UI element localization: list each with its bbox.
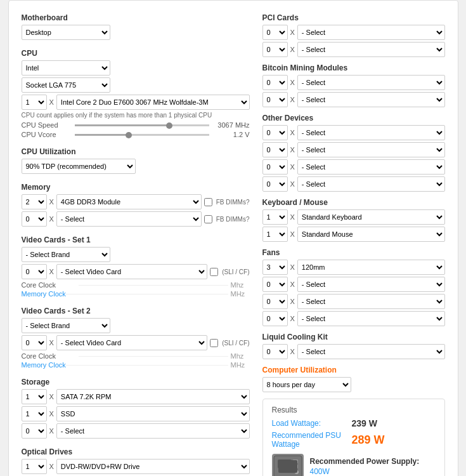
svg-rect-2	[293, 459, 298, 463]
video-set1-sli-check[interactable]	[210, 268, 218, 276]
rec-psu-wattage-val: 289 W	[352, 433, 385, 447]
other-devices-qty1-select[interactable]: 0	[262, 125, 288, 140]
storage-qty3-select[interactable]: 0	[22, 423, 47, 439]
pci-cards-qty1-select[interactable]: 0	[262, 25, 288, 40]
cpu-qty-select[interactable]: 1	[22, 95, 47, 110]
video-set2-mem-link[interactable]: Memory Clock	[22, 361, 66, 369]
fans-model1-select[interactable]: 120mm	[297, 260, 445, 275]
fans-x3-label: X	[290, 298, 295, 305]
keyboard-model-select[interactable]: Standard Keyboard	[297, 209, 445, 225]
bitcoin-model1-select[interactable]: - Select	[297, 75, 445, 90]
pci-cards-qty2-select[interactable]: 0	[262, 42, 288, 57]
fans-model4-select[interactable]: - Select	[297, 311, 445, 326]
storage-x3-label: X	[49, 427, 54, 435]
video-set1-mem-row: Memory Clock MHz	[22, 290, 250, 298]
storage-qty1-select[interactable]: 1	[22, 389, 47, 404]
other-devices-x1-label: X	[290, 129, 295, 136]
cpu-model-select[interactable]: Intel Core 2 Duo E7600 3067 MHz Wolfdale…	[56, 95, 250, 110]
optical-model1-select[interactable]: DVD-RW/DVD+RW Drive	[56, 459, 250, 474]
video-set1-clock-row: Core Clock Mhz	[22, 281, 250, 289]
storage-model3-select[interactable]: - Select	[56, 423, 250, 439]
video-set2-x-label: X	[49, 339, 54, 347]
bitcoin-model2-select[interactable]: - Select	[297, 92, 445, 107]
video-set1-model-row: 0 X - Select Video Card (SLI / CF)	[22, 264, 250, 279]
rec-psu-row: Recommended Power Supply: 400W	[272, 454, 436, 476]
memory-qty2-select[interactable]: 0	[22, 211, 47, 227]
bitcoin-qty1-select[interactable]: 0	[262, 75, 288, 90]
cpu-brand-select[interactable]: Intel	[22, 60, 110, 76]
liquid-cooling-model1-select[interactable]: - Select	[297, 344, 445, 359]
liquid-cooling-qty1-select[interactable]: 0	[262, 344, 288, 359]
video-set2-sli-check[interactable]	[210, 339, 218, 347]
storage-qty2-select[interactable]: 1	[22, 406, 47, 421]
liquid-cooling-section: Liquid Cooling Kit 0 X - Select	[262, 333, 445, 359]
keyboard-qty-select[interactable]: 1	[262, 209, 288, 225]
video-set1-brand-row: - Select Brand	[22, 247, 250, 262]
svg-rect-3	[293, 465, 298, 468]
fans-qty4-select[interactable]: 0	[262, 311, 288, 326]
video-set1-model-select[interactable]: - Select Video Card	[56, 264, 207, 279]
mouse-model-select[interactable]: Standard Mouse	[297, 227, 445, 242]
computer-util-select[interactable]: 8 hours per day	[262, 377, 351, 392]
other-devices-model2-select[interactable]: - Select	[297, 142, 445, 157]
other-devices-qty3-select[interactable]: 0	[262, 159, 288, 175]
fans-qty2-select[interactable]: 0	[262, 277, 288, 292]
storage-model1-select[interactable]: SATA 7.2K RPM	[56, 389, 250, 404]
other-devices-qty4-select[interactable]: 0	[262, 176, 288, 192]
fans-model3-select[interactable]: - Select	[297, 294, 445, 309]
memory-fb2-check[interactable]	[204, 215, 212, 223]
fans-qty1-select[interactable]: 3	[262, 260, 288, 275]
other-devices-qty2-select[interactable]: 0	[262, 142, 288, 157]
load-wattage-row: Load Wattage: 239 W	[272, 418, 436, 428]
video-set1-clock-label: Core Clock	[22, 281, 79, 289]
psu-link[interactable]: 400W	[310, 467, 420, 476]
memory-qty1-select[interactable]: 2	[22, 194, 47, 209]
load-wattage-label: Load Wattage:	[272, 419, 348, 428]
video-set2-clock-row: Core Clock Mhz	[22, 352, 250, 360]
fans-row3: 0 X - Select	[262, 294, 445, 309]
optical-qty1-select[interactable]: 1	[22, 459, 47, 474]
video-set1-x-label: X	[49, 268, 54, 275]
other-devices-model1-select[interactable]: - Select	[297, 125, 445, 140]
motherboard-select[interactable]: Desktop	[22, 25, 110, 40]
optical-section: Optical Drives 1 X DVD-RW/DVD+RW Drive 0…	[22, 447, 250, 476]
memory-model2-select[interactable]: - Select	[56, 211, 202, 227]
other-devices-x2-label: X	[290, 146, 295, 154]
cpu-util-select[interactable]: 90% TDP (recommended)	[22, 159, 136, 174]
fans-qty3-select[interactable]: 0	[262, 294, 288, 309]
mouse-qty-select[interactable]: 1	[262, 227, 288, 242]
storage-row3: 0 X - Select	[22, 423, 250, 439]
storage-label: Storage	[22, 378, 250, 387]
video-set2-model-select[interactable]: - Select Video Card	[56, 335, 207, 350]
pci-cards-section: PCI Cards 0 X - Select 0 X -	[262, 13, 445, 57]
video-set1-mem-link[interactable]: Memory Clock	[22, 290, 66, 298]
pci-cards-model1-select[interactable]: - Select	[297, 25, 445, 40]
optical-x1-label: X	[49, 463, 54, 470]
fans-model2-select[interactable]: - Select	[297, 277, 445, 292]
fans-section: Fans 3 X 120mm 0 X - Select	[262, 248, 445, 326]
storage-model2-select[interactable]: SSD	[56, 406, 250, 421]
liquid-cooling-row1: 0 X - Select	[262, 344, 445, 359]
other-devices-model3-select[interactable]: - Select	[297, 159, 445, 175]
cpu-vcore-slider[interactable]	[75, 134, 209, 136]
video-set2-brand-select[interactable]: - Select Brand	[22, 318, 110, 333]
fans-x2-label: X	[290, 281, 295, 288]
video-set2-qty-select[interactable]: 0	[22, 335, 47, 350]
keyboard-row: 1 X Standard Keyboard	[262, 209, 445, 225]
liquid-cooling-label: Liquid Cooling Kit	[262, 333, 445, 341]
other-devices-model4-select[interactable]: - Select	[297, 176, 445, 192]
storage-row1: 1 X SATA 7.2K RPM	[22, 389, 250, 404]
video-set1-brand-select[interactable]: - Select Brand	[22, 247, 110, 262]
cpu-speed-slider[interactable]	[75, 124, 209, 126]
video-set1-clock-unit: Mhz	[231, 281, 250, 289]
rec-psu-label: Recommended Power Supply:	[310, 457, 420, 466]
video-set2-label: Video Cards - Set 2	[22, 307, 250, 315]
bitcoin-qty2-select[interactable]: 0	[262, 92, 288, 107]
video-set1-qty-select[interactable]: 0	[22, 264, 47, 279]
pci-cards-model2-select[interactable]: - Select	[297, 42, 445, 57]
other-devices-row4: 0 X - Select	[262, 176, 445, 192]
memory-fb1-check[interactable]	[204, 198, 212, 206]
memory-model1-select[interactable]: 4GB DDR3 Module	[56, 194, 202, 209]
cpu-x-label: X	[49, 98, 54, 106]
cpu-socket-select[interactable]: Socket LGA 775	[22, 77, 110, 93]
